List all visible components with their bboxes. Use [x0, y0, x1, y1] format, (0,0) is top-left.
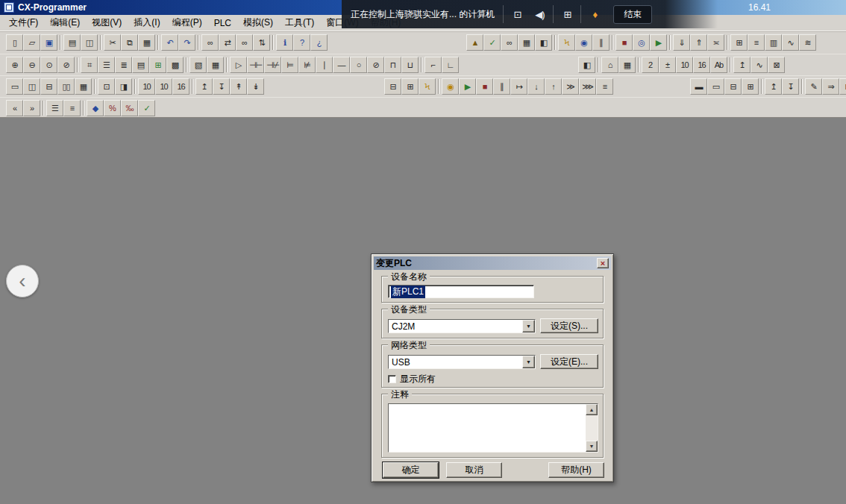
chevron-down-icon[interactable]: ▼ — [522, 320, 535, 333]
show-rung-numbers-icon[interactable]: ☰ — [46, 100, 63, 116]
show-comments-icon[interactable]: ⊟ — [384, 78, 401, 95]
data-trace-window-icon[interactable]: ∿ — [751, 57, 768, 73]
symbols-window-icon[interactable]: ⊞ — [149, 57, 166, 73]
menu-item-file[interactable]: 文件(F) — [3, 14, 44, 31]
simulation-stop-icon[interactable]: ■ — [476, 78, 493, 95]
undo-icon[interactable]: ↶ — [161, 34, 178, 51]
connect-line-up-icon[interactable]: ⌐ — [424, 57, 442, 73]
zoom-window-icon[interactable]: ⊡ — [98, 78, 115, 95]
previous-error-icon[interactable]: ↟ — [230, 78, 247, 95]
show-rung-dividers-icon[interactable]: ≡ — [63, 100, 81, 116]
differential-monitor-icon[interactable]: ↥ — [733, 57, 751, 73]
help-icon[interactable]: ? — [293, 34, 310, 51]
pause-monitoring-icon[interactable]: ∥ — [592, 34, 610, 51]
next-error-icon[interactable]: ↡ — [247, 78, 264, 95]
arrange-icons-icon[interactable]: ▦ — [75, 78, 92, 95]
cross-reference-icon[interactable]: ⇅ — [253, 34, 270, 51]
run-mode-icon[interactable]: ▶ — [650, 34, 667, 51]
comment-textarea[interactable]: ▲ ▼ — [388, 403, 598, 453]
cross-reference-report-icon[interactable]: ⊠ — [768, 57, 785, 73]
overview-window-icon[interactable]: ◨ — [115, 78, 132, 95]
mnemonics-view-icon[interactable]: ▤ — [132, 57, 149, 73]
compile-program-icon[interactable]: ▲ — [466, 34, 483, 51]
new-closed-coil-icon[interactable]: ⊘ — [367, 57, 384, 73]
about-icon[interactable]: ℹ — [276, 34, 293, 51]
ladder-view-icon[interactable]: ▦ — [207, 57, 224, 73]
find-icon[interactable]: ∞ — [201, 34, 219, 51]
memory-view-icon[interactable]: ▥ — [765, 34, 782, 51]
cancel-button[interactable]: 取消 — [446, 462, 502, 478]
open-project-icon[interactable]: ▱ — [23, 34, 40, 51]
close-icon[interactable]: × — [597, 258, 609, 268]
smart-input-icon[interactable]: Ϟ — [419, 78, 436, 95]
differentiate-up-icon[interactable]: ↥ — [765, 78, 782, 95]
save-project-icon[interactable]: ▣ — [40, 34, 57, 51]
continuous-step-icon[interactable]: ≫ — [562, 78, 579, 95]
end-session-button[interactable]: 结束 — [613, 5, 652, 24]
sfc-view-icon[interactable]: ▧ — [189, 57, 207, 73]
network-type-select[interactable]: USB ▼ — [388, 355, 536, 369]
plc-settings-icon[interactable]: ≡ — [748, 34, 765, 51]
compile-all-programs-icon[interactable]: ✓ — [483, 34, 501, 51]
new-coil-icon[interactable]: ○ — [350, 57, 367, 73]
online-edit-icon[interactable]: ✎ — [805, 78, 822, 95]
new-pb-invoke-icon[interactable]: ⊔ — [401, 57, 419, 73]
new-closed-contact-icon[interactable]: ⊣⊬ — [264, 57, 281, 73]
io-comment-view-icon[interactable]: ▩ — [166, 57, 184, 73]
indent-rung-icon[interactable]: » — [23, 100, 40, 116]
show-rung-comments-icon[interactable]: ☰ — [98, 57, 115, 73]
replace-icon[interactable]: ⇄ — [219, 34, 236, 51]
comment-scrollbar[interactable]: ▲ ▼ — [586, 404, 598, 452]
select-mode-icon[interactable]: ▷ — [230, 57, 247, 73]
transfer-from-plc-icon[interactable]: ⇑ — [690, 34, 707, 51]
force-on-icon[interactable]: ▬ — [690, 78, 707, 95]
menu-item-simulation[interactable]: 模拟(S) — [237, 14, 279, 31]
decimal-display-icon[interactable]: 10 — [676, 57, 693, 73]
monitor-verify-icon[interactable]: ✓ — [138, 100, 155, 116]
menu-item-insert[interactable]: 插入(I) — [128, 14, 166, 31]
cancel-online-edit-icon[interactable]: ⊠ — [839, 78, 846, 95]
toggle-monitoring-icon[interactable]: ◉ — [575, 34, 592, 51]
speaker-icon[interactable]: ◀) — [528, 4, 551, 24]
step-run-icon[interactable]: ↦ — [510, 78, 527, 95]
zoom-out-icon[interactable]: ⊖ — [23, 57, 40, 73]
output-window-icon[interactable]: ◧ — [535, 34, 552, 51]
menu-item-plc[interactable]: PLC — [208, 16, 237, 31]
help-button[interactable]: 帮助(H) — [548, 462, 604, 478]
zoom-to-fit-icon[interactable]: ⊙ — [40, 57, 57, 73]
show-all-checkbox[interactable] — [388, 375, 396, 383]
find-next-icon[interactable]: ∞ — [236, 34, 253, 51]
menu-item-program[interactable]: 编程(P) — [166, 14, 208, 31]
copy-icon[interactable]: ⧉ — [121, 34, 138, 51]
monitor-window-icon[interactable]: ▦ — [618, 57, 636, 73]
menu-item-tools[interactable]: 工具(T) — [279, 14, 320, 31]
print-icon[interactable]: ▤ — [63, 34, 81, 51]
scan-run-icon[interactable]: ⋙ — [579, 78, 596, 95]
paste-icon[interactable]: ▦ — [138, 34, 155, 51]
send-online-edit-icon[interactable]: ⇒ — [822, 78, 839, 95]
step-out-icon[interactable]: ↑ — [545, 78, 562, 95]
dialog-titlebar[interactable]: 变更PLC × — [374, 256, 611, 270]
address-reference-tool-icon[interactable]: ⌂ — [601, 57, 618, 73]
chevron-down-icon[interactable]: ▼ — [522, 356, 535, 368]
compare-with-plc-icon[interactable]: ≍ — [707, 34, 724, 51]
font-size-16-icon[interactable]: 16 — [172, 78, 189, 95]
monitor-mode-icon[interactable]: ◎ — [633, 34, 650, 51]
show-rung-list-icon[interactable]: ≣ — [115, 57, 132, 73]
find-all-icon[interactable]: ∞ — [501, 34, 518, 51]
new-contact-icon[interactable]: ⊣⊢ — [247, 57, 264, 73]
new-project-icon[interactable]: ▯ — [6, 34, 23, 51]
remote-tools-icon[interactable]: ♦ — [583, 4, 606, 24]
tile-vertically-icon[interactable]: ▯▯ — [57, 78, 75, 95]
apps-grid-icon[interactable]: ⊞ — [556, 4, 578, 24]
cut-icon[interactable]: ✂ — [104, 34, 121, 51]
monitor-scaled-icon[interactable]: ‰ — [121, 100, 138, 116]
scroll-down-icon[interactable]: ▼ — [586, 441, 598, 452]
zoom-100-icon[interactable]: ⊘ — [57, 57, 75, 73]
font-size-10-icon[interactable]: 10 — [138, 78, 155, 95]
signed-decimal-display-icon[interactable]: ± — [659, 57, 676, 73]
scroll-track[interactable] — [586, 415, 598, 441]
menu-item-edit[interactable]: 编辑(E) — [44, 14, 86, 31]
hex-display-icon[interactable]: 16 — [693, 57, 710, 73]
time-chart-monitor-icon[interactable]: ≋ — [799, 34, 816, 51]
